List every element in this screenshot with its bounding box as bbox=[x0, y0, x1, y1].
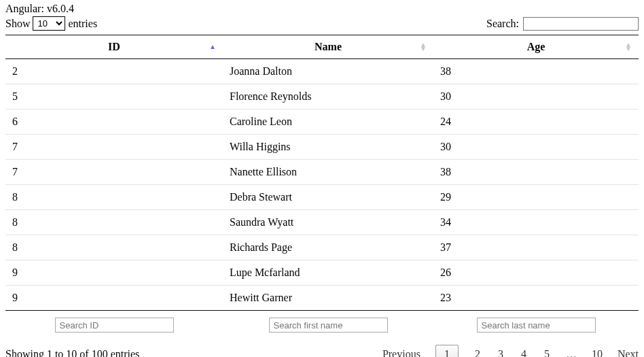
global-search: Search: bbox=[486, 17, 639, 31]
table-row: 7Nanette Ellison38 bbox=[5, 160, 639, 185]
cell-name: Debra Stewart bbox=[223, 185, 433, 210]
cell-id: 6 bbox=[5, 109, 223, 135]
cell-name: Hewitt Garner bbox=[223, 286, 433, 311]
cell-name: Caroline Leon bbox=[223, 109, 433, 135]
table-row: 9Lupe Mcfarland26 bbox=[5, 260, 639, 286]
cell-name: Lupe Mcfarland bbox=[223, 260, 433, 286]
search-label: Search: bbox=[486, 18, 519, 30]
pagination-page[interactable]: 10 bbox=[592, 348, 603, 357]
data-table: ID ▲ Name ▲▼ Age ▲▼ 2Joanna Dalton385Flo… bbox=[5, 35, 639, 335]
cell-id: 7 bbox=[5, 135, 223, 160]
cell-age: 26 bbox=[433, 260, 639, 286]
length-suffix: entries bbox=[68, 18, 97, 30]
search-input[interactable] bbox=[523, 17, 639, 31]
length-prefix: Show bbox=[5, 18, 30, 30]
pagination-page[interactable]: 4 bbox=[520, 348, 528, 357]
cell-age: 24 bbox=[433, 109, 639, 135]
cell-id: 2 bbox=[5, 59, 223, 84]
table-info: Showing 1 to 10 of 100 entries bbox=[5, 348, 139, 357]
cell-id: 7 bbox=[5, 160, 223, 185]
pagination-page[interactable]: 1 bbox=[435, 345, 459, 357]
cell-name: Nanette Ellison bbox=[223, 160, 433, 185]
cell-id: 9 bbox=[5, 260, 223, 286]
table-row: 8Saundra Wyatt34 bbox=[5, 210, 639, 235]
cell-id: 8 bbox=[5, 185, 223, 210]
column-header-age-label: Age bbox=[527, 41, 545, 52]
column-header-name-label: Name bbox=[315, 41, 342, 52]
cell-age: 29 bbox=[433, 185, 639, 210]
page-length-control: Show 102550100 entries bbox=[5, 16, 97, 31]
column-filter-name[interactable] bbox=[269, 318, 388, 333]
pagination-page[interactable]: 3 bbox=[497, 348, 505, 357]
cell-id: 5 bbox=[5, 84, 223, 109]
column-header-id[interactable]: ID ▲ bbox=[5, 35, 223, 59]
pagination-page[interactable]: 2 bbox=[473, 348, 482, 357]
pagination-next[interactable]: Next bbox=[618, 348, 639, 357]
cell-name: Joanna Dalton bbox=[223, 59, 433, 84]
cell-age: 23 bbox=[433, 286, 639, 311]
column-header-id-label: ID bbox=[108, 41, 120, 52]
pagination-ellipsis: … bbox=[566, 348, 577, 357]
cell-age: 34 bbox=[433, 210, 639, 235]
cell-age: 38 bbox=[433, 160, 639, 185]
cell-age: 30 bbox=[433, 84, 639, 109]
cell-age: 38 bbox=[433, 59, 639, 84]
sort-icon: ▲▼ bbox=[420, 43, 427, 51]
column-filter-age[interactable] bbox=[477, 318, 596, 333]
pagination: Previous12345…10Next bbox=[382, 345, 639, 357]
table-row: 8Richards Page37 bbox=[5, 235, 639, 260]
page-length-select[interactable]: 102550100 bbox=[33, 16, 65, 31]
cell-age: 30 bbox=[433, 135, 639, 160]
table-row: 8Debra Stewart29 bbox=[5, 185, 639, 210]
table-row: 2Joanna Dalton38 bbox=[5, 59, 639, 84]
framework-version: Angular: v6.0.4 bbox=[5, 3, 639, 15]
cell-age: 37 bbox=[433, 235, 639, 260]
cell-name: Florence Reynolds bbox=[223, 84, 433, 109]
pagination-page[interactable]: 5 bbox=[543, 348, 551, 357]
cell-name: Saundra Wyatt bbox=[223, 210, 433, 235]
cell-id: 9 bbox=[5, 286, 223, 311]
column-header-name[interactable]: Name ▲▼ bbox=[223, 35, 433, 59]
table-row: 9Hewitt Garner23 bbox=[5, 286, 639, 311]
column-header-age[interactable]: Age ▲▼ bbox=[433, 35, 639, 59]
column-filter-id[interactable] bbox=[55, 318, 174, 333]
table-row: 7Willa Higgins30 bbox=[5, 135, 639, 160]
pagination-previous[interactable]: Previous bbox=[382, 348, 421, 357]
cell-id: 8 bbox=[5, 210, 223, 235]
table-row: 5Florence Reynolds30 bbox=[5, 84, 639, 109]
cell-name: Willa Higgins bbox=[223, 135, 433, 160]
table-row: 6Caroline Leon24 bbox=[5, 109, 639, 135]
cell-name: Richards Page bbox=[223, 235, 433, 260]
sort-icon: ▲▼ bbox=[625, 43, 632, 51]
cell-id: 8 bbox=[5, 235, 223, 260]
sort-icon: ▲ bbox=[209, 45, 216, 49]
